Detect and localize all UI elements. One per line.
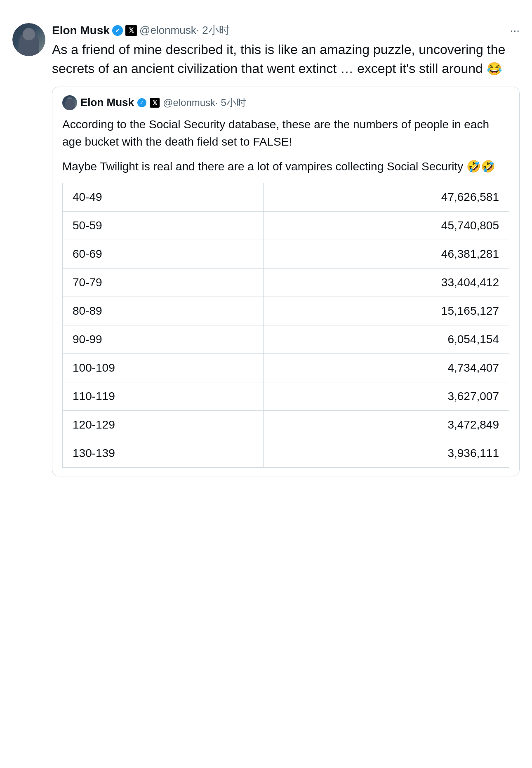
table-row: 100-1094,734,407 bbox=[63, 353, 509, 382]
age-range-cell: 50-59 bbox=[63, 211, 264, 240]
more-options-button[interactable]: ··· bbox=[510, 24, 520, 37]
count-cell: 15,165,127 bbox=[264, 297, 509, 325]
data-table: 40-4947,626,58150-5945,740,80560-6946,38… bbox=[62, 183, 509, 468]
age-range-cell: 70-79 bbox=[63, 268, 264, 297]
x-icon: 𝕏 bbox=[125, 25, 137, 36]
table-row: 110-1193,627,007 bbox=[63, 382, 509, 410]
handle[interactable]: @elonmusk bbox=[139, 24, 196, 36]
laugh-emoji: 😂 bbox=[487, 62, 502, 75]
tweet-text: As a friend of mine described it, this i… bbox=[52, 40, 520, 78]
tweet-text-content: As a friend of mine described it, this i… bbox=[52, 42, 505, 76]
quoted-header: Elon Musk ✓ 𝕏 @elonmusk· 5小时 bbox=[62, 95, 509, 110]
quoted-text-p2: Maybe Twilight is real and there are a l… bbox=[62, 158, 509, 175]
quoted-avatar bbox=[62, 95, 77, 110]
count-cell: 47,626,581 bbox=[264, 183, 509, 211]
quoted-x-icon: 𝕏 bbox=[150, 98, 160, 108]
table-row: 60-6946,381,281 bbox=[63, 240, 509, 268]
age-range-cell: 40-49 bbox=[63, 183, 264, 211]
age-range-cell: 120-129 bbox=[63, 410, 264, 439]
verified-icon: ✓ bbox=[112, 25, 123, 36]
quoted-handle[interactable]: @elonmusk bbox=[163, 97, 215, 108]
table-row: 130-1393,936,111 bbox=[63, 439, 509, 467]
table-body: 40-4947,626,58150-5945,740,80560-6946,38… bbox=[63, 183, 509, 467]
tweet-outer: Elon Musk ✓ 𝕏 @elonmusk· 2小时 ··· As a fr… bbox=[12, 16, 520, 483]
count-cell: 4,734,407 bbox=[264, 353, 509, 382]
quoted-tweet[interactable]: Elon Musk ✓ 𝕏 @elonmusk· 5小时 According t… bbox=[52, 87, 520, 476]
tweet-body: Elon Musk ✓ 𝕏 @elonmusk· 2小时 ··· As a fr… bbox=[52, 23, 520, 476]
count-cell: 3,472,849 bbox=[264, 410, 509, 439]
quoted-time: 5小时 bbox=[221, 97, 246, 108]
tweet-header: Elon Musk ✓ 𝕏 @elonmusk· 2小时 ··· bbox=[52, 23, 520, 38]
handle-time: @elonmusk· 2小时 bbox=[139, 23, 230, 38]
quoted-verified-icon: ✓ bbox=[137, 98, 146, 107]
quoted-handle-time: @elonmusk· 5小时 bbox=[163, 96, 246, 109]
table-row: 120-1293,472,849 bbox=[63, 410, 509, 439]
count-cell: 3,936,111 bbox=[264, 439, 509, 467]
count-cell: 46,381,281 bbox=[264, 240, 509, 268]
quoted-text-p1: According to the Social Security databas… bbox=[62, 116, 509, 151]
age-range-cell: 110-119 bbox=[63, 382, 264, 410]
count-cell: 45,740,805 bbox=[264, 211, 509, 240]
age-range-cell: 80-89 bbox=[63, 297, 264, 325]
table-row: 90-996,054,154 bbox=[63, 325, 509, 353]
avatar-image bbox=[12, 23, 45, 56]
count-cell: 6,054,154 bbox=[264, 325, 509, 353]
table-row: 70-7933,404,412 bbox=[63, 268, 509, 297]
age-range-cell: 130-139 bbox=[63, 439, 264, 467]
table-row: 40-4947,626,581 bbox=[63, 183, 509, 211]
table-row: 50-5945,740,805 bbox=[63, 211, 509, 240]
quoted-author-name[interactable]: Elon Musk bbox=[80, 96, 134, 109]
avatar-col bbox=[12, 23, 45, 476]
author-name[interactable]: Elon Musk bbox=[52, 24, 110, 37]
age-range-cell: 100-109 bbox=[63, 353, 264, 382]
quoted-text-p2-content: Maybe Twilight is real and there are a l… bbox=[62, 160, 495, 173]
count-cell: 3,627,007 bbox=[264, 382, 509, 410]
age-range-cell: 60-69 bbox=[63, 240, 264, 268]
age-range-cell: 90-99 bbox=[63, 325, 264, 353]
table-row: 80-8915,165,127 bbox=[63, 297, 509, 325]
count-cell: 33,404,412 bbox=[264, 268, 509, 297]
avatar[interactable] bbox=[12, 23, 45, 56]
time: 2小时 bbox=[202, 24, 229, 36]
